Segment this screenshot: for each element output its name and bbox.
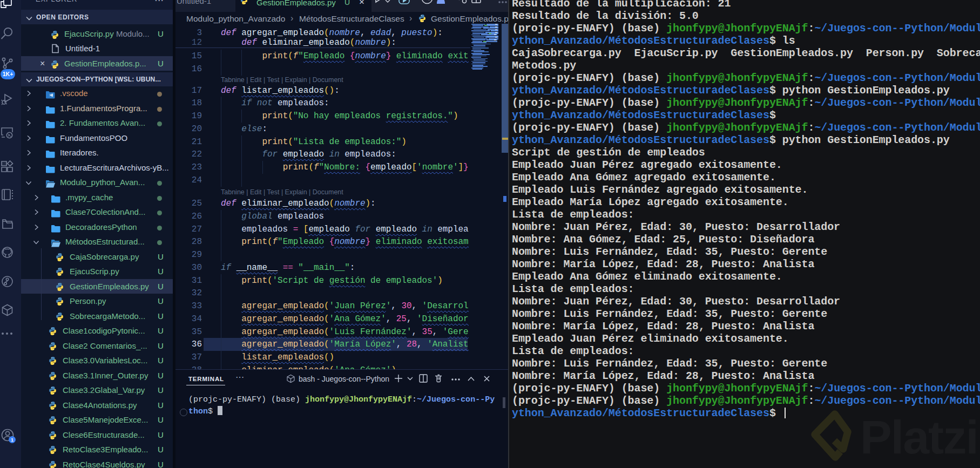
svg-text:1: 1	[11, 437, 13, 443]
svg-text:Platzi: Platzi	[860, 410, 978, 464]
